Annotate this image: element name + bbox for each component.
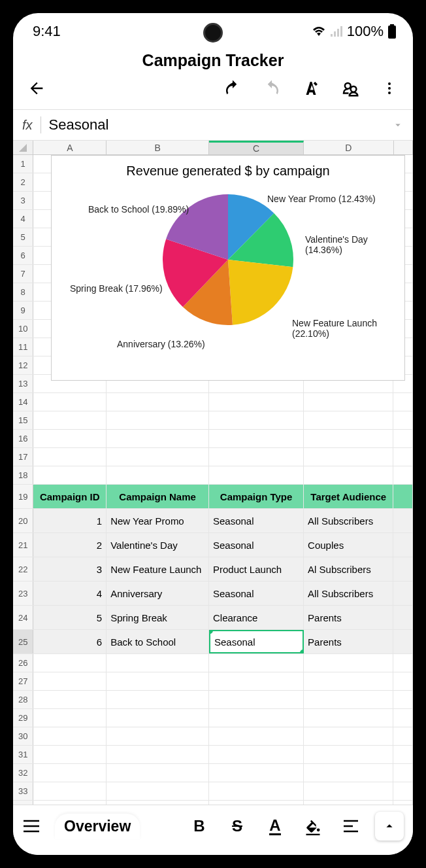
- cell-target-audience[interactable]: Parents: [304, 630, 393, 653]
- row-header[interactable]: 2: [13, 173, 33, 191]
- col-header-c[interactable]: C: [209, 141, 304, 154]
- cell-campaign-name[interactable]: New Feature Launch: [106, 557, 209, 581]
- row-header[interactable]: 13: [13, 375, 33, 392]
- cell-campaign-id[interactable]: 2: [33, 533, 106, 557]
- cell-campaign-type[interactable]: Seasonal: [209, 582, 304, 605]
- formula-expand-icon[interactable]: [392, 119, 404, 131]
- row-header[interactable]: 6: [13, 247, 33, 264]
- cell-target-audience[interactable]: Parents: [304, 606, 393, 629]
- grid-row[interactable]: 26: [13, 654, 413, 672]
- row-header[interactable]: 32: [13, 764, 33, 782]
- more-menu-button[interactable]: [378, 77, 401, 100]
- cell-campaign-id[interactable]: 6: [33, 630, 106, 653]
- col-header-a[interactable]: A: [33, 141, 106, 154]
- row-header[interactable]: 12: [13, 356, 33, 374]
- expand-toolbar-button[interactable]: [375, 812, 404, 841]
- cell[interactable]: [393, 509, 413, 532]
- cell-target-audience[interactable]: All Subscribers: [304, 509, 393, 532]
- header-e[interactable]: [393, 485, 413, 508]
- row-header[interactable]: 24: [13, 606, 33, 629]
- bold-button[interactable]: B: [189, 817, 209, 835]
- cell[interactable]: [393, 533, 413, 557]
- grid-row[interactable]: 15: [13, 411, 413, 430]
- grid-row[interactable]: 31: [13, 746, 413, 764]
- row-header[interactable]: 33: [13, 782, 33, 800]
- select-all-corner[interactable]: [13, 141, 33, 154]
- cell-campaign-type[interactable]: Seasonal: [209, 630, 304, 653]
- fill-color-button[interactable]: [303, 817, 323, 835]
- col-header-d[interactable]: D: [304, 141, 393, 154]
- row-header[interactable]: 16: [13, 430, 33, 447]
- table-row[interactable]: 25 6 Back to School Seasonal Parents: [13, 630, 413, 654]
- cell-campaign-name[interactable]: Anniversary: [106, 582, 209, 605]
- cell-campaign-id[interactable]: 5: [33, 606, 106, 629]
- table-row[interactable]: 22 3 New Feature Launch Product Launch A…: [13, 557, 413, 582]
- font-color-button[interactable]: A: [265, 818, 285, 835]
- cell-campaign-id[interactable]: 3: [33, 557, 106, 581]
- cell-target-audience[interactable]: All Subscribers: [304, 582, 393, 605]
- cell-campaign-type[interactable]: Product Launch: [209, 557, 304, 581]
- grid-row[interactable]: 34: [13, 801, 413, 805]
- header-campaign-name[interactable]: Campaign Name: [106, 485, 209, 508]
- row-header[interactable]: 18: [13, 466, 33, 484]
- row-header[interactable]: 10: [13, 320, 33, 338]
- col-header-b[interactable]: B: [106, 141, 209, 154]
- row-header[interactable]: 29: [13, 709, 33, 727]
- table-row[interactable]: 21 2 Valentine's Day Seasonal Couples: [13, 533, 413, 557]
- strikethrough-button[interactable]: S: [227, 817, 247, 835]
- chart-container[interactable]: Revenue generated $ by campaign New Year…: [51, 155, 405, 381]
- row-header[interactable]: 4: [13, 210, 33, 228]
- grid-row[interactable]: 16: [13, 430, 413, 448]
- cell-campaign-type[interactable]: Clearance: [209, 606, 304, 629]
- cell[interactable]: [393, 606, 413, 629]
- grid-row[interactable]: 28: [13, 691, 413, 709]
- row-header[interactable]: 21: [13, 533, 33, 557]
- align-button[interactable]: [341, 819, 361, 833]
- grid-row[interactable]: 17: [13, 448, 413, 466]
- cell-campaign-name[interactable]: New Year Promo: [106, 509, 209, 532]
- cell-target-audience[interactable]: Al Subscribers: [304, 557, 393, 581]
- table-row[interactable]: 23 4 Anniversary Seasonal All Subscriber…: [13, 582, 413, 606]
- row-header[interactable]: 17: [13, 448, 33, 466]
- cell-campaign-name[interactable]: Valentine's Day: [106, 533, 209, 557]
- cell[interactable]: [393, 582, 413, 605]
- grid-row[interactable]: 27: [13, 672, 413, 691]
- row-header[interactable]: 7: [13, 265, 33, 283]
- cell-campaign-type[interactable]: Seasonal: [209, 533, 304, 557]
- row-header[interactable]: 8: [13, 283, 33, 301]
- row-header[interactable]: 22: [13, 557, 33, 581]
- back-button[interactable]: [25, 77, 48, 100]
- row-header[interactable]: 26: [13, 654, 33, 672]
- cell-target-audience[interactable]: Couples: [304, 533, 393, 557]
- col-header-e[interactable]: [394, 141, 413, 154]
- formula-bar[interactable]: fx Seasonal: [13, 110, 413, 141]
- row-header[interactable]: 19: [13, 485, 33, 508]
- grid-row[interactable]: 32: [13, 764, 413, 782]
- row-header[interactable]: 20: [13, 509, 33, 532]
- cell-campaign-name[interactable]: Spring Break: [106, 606, 209, 629]
- formula-value[interactable]: Seasonal: [49, 116, 384, 133]
- cell-campaign-id[interactable]: 1: [33, 509, 106, 532]
- header-campaign-type[interactable]: Campaign Type: [209, 485, 304, 508]
- row-header[interactable]: 1: [13, 155, 33, 173]
- header-campaign-id[interactable]: Campaign ID: [33, 485, 106, 508]
- row-header[interactable]: 28: [13, 691, 33, 708]
- spreadsheet-grid[interactable]: A B C D 1 2 3 4 5: [13, 141, 413, 805]
- table-row[interactable]: 24 5 Spring Break Clearance Parents: [13, 606, 413, 630]
- undo-button[interactable]: [221, 77, 244, 100]
- row-header[interactable]: 14: [13, 393, 33, 411]
- share-button[interactable]: [338, 77, 362, 100]
- row-header[interactable]: 27: [13, 672, 33, 690]
- grid-row[interactable]: 14: [13, 393, 413, 411]
- tab-overview[interactable]: Overview: [55, 814, 140, 839]
- grid-row[interactable]: 30: [13, 727, 413, 746]
- row-header[interactable]: 5: [13, 228, 33, 246]
- row-header[interactable]: 11: [13, 338, 33, 356]
- grid-row[interactable]: 29: [13, 709, 413, 727]
- sheets-menu-button[interactable]: [22, 819, 41, 833]
- cell[interactable]: [393, 557, 413, 581]
- row-header[interactable]: 3: [13, 192, 33, 209]
- header-target-audience[interactable]: Target Audience: [304, 485, 393, 508]
- cell-campaign-name[interactable]: Back to School: [106, 630, 209, 653]
- cell[interactable]: [393, 630, 413, 653]
